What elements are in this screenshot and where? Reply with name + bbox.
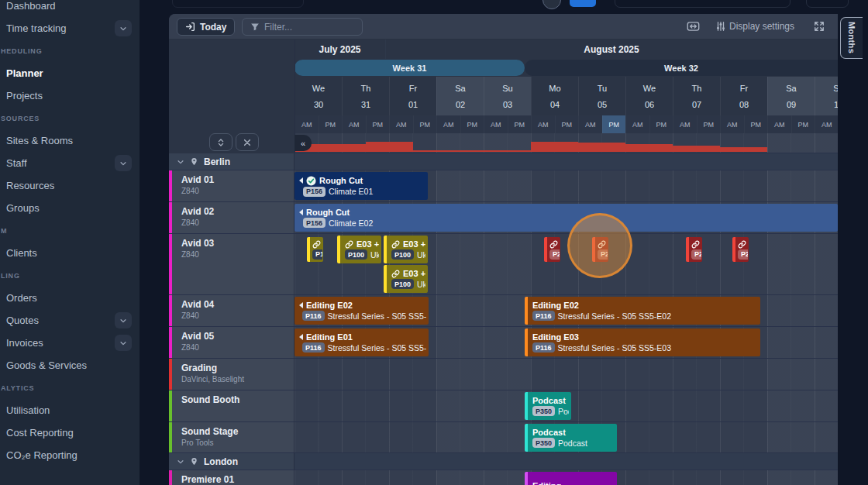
booking-editing-e02[interactable]: Editing E02P116Stressful Series - S05 SS… xyxy=(294,297,429,325)
booking-rough-cut[interactable]: Rough CutP156Climate E02 xyxy=(294,204,838,232)
expand-rows-button[interactable] xyxy=(209,133,232,151)
resource-label-cell[interactable]: Sound StagePro Tools xyxy=(169,422,294,453)
sidebar-item-quotes[interactable]: Quotes xyxy=(0,309,140,332)
week-header[interactable]: Week 31 xyxy=(294,60,525,76)
booking-e03-e[interactable]: E03 + EP100Ukr xyxy=(384,265,428,293)
sidebar-item-resources[interactable]: Resources xyxy=(0,174,140,197)
day-header[interactable]: Tu05 xyxy=(578,77,625,115)
booking-linked[interactable]: P2 xyxy=(686,237,702,262)
sidebar-item-planner[interactable]: Planner xyxy=(0,62,140,84)
chevron-down-icon[interactable] xyxy=(115,335,132,351)
ampm-cell[interactable]: PM xyxy=(460,115,484,134)
filter-input[interactable]: Filter... xyxy=(242,18,363,36)
ampm-cell[interactable]: AM xyxy=(673,115,697,134)
booking-e03-e[interactable]: E03 + EP100Ukr xyxy=(384,236,428,263)
ampm-cell[interactable]: AM xyxy=(484,115,508,134)
resource-label-cell[interactable]: Avid 01Z840 xyxy=(169,170,294,202)
sidebar-item-clients[interactable]: Clients xyxy=(0,242,140,264)
display-settings-label[interactable]: Display settings xyxy=(729,21,794,32)
booking-title-line: E03 + E xyxy=(345,239,379,249)
ampm-cell[interactable]: AM xyxy=(294,115,319,134)
ampm-cell[interactable]: AM xyxy=(625,115,649,134)
group-header-london[interactable]: London xyxy=(169,453,838,470)
clear-button[interactable] xyxy=(236,133,259,151)
booking-linked[interactable]: P1 xyxy=(307,237,323,262)
day-header[interactable]: We06 xyxy=(625,77,673,115)
resource-label-cell[interactable]: Premiere 01 xyxy=(169,470,294,485)
resource-label-cell[interactable]: GradingDaVinci, Baselight xyxy=(169,359,294,390)
booking-e03-e[interactable]: E03 + EP100Ukr xyxy=(337,236,381,263)
sidebar-item-projects[interactable]: Projects xyxy=(0,84,140,107)
day-header[interactable]: Th31 xyxy=(342,77,389,115)
day-header[interactable]: We30 xyxy=(294,77,342,115)
ampm-cell[interactable]: AM xyxy=(767,115,791,134)
resource-label-cell[interactable]: Sound Booth xyxy=(169,390,294,422)
sidebar-item-cost-reporting[interactable]: Cost Reporting xyxy=(0,421,140,444)
ampm-cell[interactable]: PM xyxy=(508,115,532,134)
sidebar-item-sites-rooms[interactable]: Sites & Rooms xyxy=(0,129,140,152)
sidebar-item-dashboard[interactable]: Dashboard xyxy=(0,0,140,17)
sidebar-item-utilisation[interactable]: Utilisation xyxy=(0,399,140,421)
today-button[interactable]: Today xyxy=(177,18,235,36)
sidebar-item-time-tracking[interactable]: Time tracking xyxy=(0,17,140,40)
resource-label-cell[interactable]: Avid 02Z840 xyxy=(169,202,294,234)
chevron-down-icon[interactable] xyxy=(115,155,132,171)
booking-podcast[interactable]: PodcastP350Poc xyxy=(525,392,571,420)
primary-button-fragment[interactable] xyxy=(570,0,596,7)
booking-linked[interactable]: P2 xyxy=(544,237,560,262)
ampm-cell[interactable]: PM xyxy=(366,115,390,134)
resource-label-cell[interactable]: Avid 03Z840 xyxy=(169,234,294,295)
sidebar-item-orders[interactable]: Orders xyxy=(0,287,140,309)
months-tab[interactable]: Months xyxy=(840,17,863,59)
day-header[interactable]: Mo04 xyxy=(531,77,578,115)
ampm-cell[interactable]: AM xyxy=(815,115,838,134)
booking-editing-e01[interactable]: Editing E01P116Stressful Series - S05 SS… xyxy=(294,328,429,356)
ampm-cell[interactable]: PM xyxy=(649,115,673,134)
booking-rough-cut[interactable]: Rough CutP156Climate E01 xyxy=(294,172,428,200)
ampm-cell[interactable]: AM xyxy=(389,115,413,134)
day-header[interactable]: Fr01 xyxy=(389,77,436,115)
ampm-cell[interactable]: AM xyxy=(578,115,602,134)
booking-editing[interactable]: Editing xyxy=(525,472,617,485)
ampm-cell[interactable]: PM xyxy=(744,115,768,134)
group-header-berlin[interactable]: Berlin xyxy=(169,153,838,170)
booking-linked[interactable]: P2 xyxy=(732,237,749,262)
group-header-label-cell[interactable]: Berlin xyxy=(169,153,294,170)
chevron-down-icon[interactable] xyxy=(115,312,132,328)
avatar[interactable] xyxy=(542,0,561,9)
group-header-label-cell[interactable]: London xyxy=(169,453,294,470)
booking-editing-e02[interactable]: Editing E02P116Stressful Series - S05 SS… xyxy=(525,297,760,325)
day-header[interactable]: Sa09 xyxy=(767,77,815,115)
ampm-cell[interactable]: PM xyxy=(319,115,343,134)
booking-podcast[interactable]: PodcastP350Podcast xyxy=(525,424,617,452)
ampm-cell[interactable]: PM xyxy=(697,115,721,134)
ampm-cell[interactable]: PM xyxy=(602,115,626,134)
ampm-cell[interactable]: PM xyxy=(791,115,815,134)
week-header[interactable]: Week 32 xyxy=(525,60,838,76)
ampm-cell[interactable]: AM xyxy=(720,115,744,134)
collapse-panel-button[interactable]: « xyxy=(294,135,312,151)
fullscreen-icon[interactable] xyxy=(814,21,825,32)
day-header[interactable]: Su10 xyxy=(815,77,838,115)
sidebar-item-invoices[interactable]: Invoices xyxy=(0,332,140,354)
sidebar-item-goods-services[interactable]: Goods & Services xyxy=(0,354,140,377)
sidebar-item-co-e-reporting[interactable]: CO₂e Reporting xyxy=(0,444,140,466)
day-header[interactable]: Fr08 xyxy=(720,77,767,115)
ampm-cell[interactable]: AM xyxy=(436,115,460,134)
sidebar-item-staff[interactable]: Staff xyxy=(0,152,140,174)
ampm-cell[interactable]: PM xyxy=(555,115,579,134)
sidebar-item-groups[interactable]: Groups xyxy=(0,197,140,219)
day-header[interactable]: Su03 xyxy=(484,77,531,115)
booking-editing-e03[interactable]: Editing E03P116Stressful Series - S05 SS… xyxy=(525,328,760,356)
day-header[interactable]: Sa02 xyxy=(436,77,484,115)
chevron-down-icon[interactable] xyxy=(115,20,132,36)
resource-label-cell[interactable]: Avid 05Z840 xyxy=(169,327,294,359)
display-settings-icon[interactable] xyxy=(715,21,726,32)
booking-linked[interactable]: P2 xyxy=(592,237,608,262)
ampm-cell[interactable]: AM xyxy=(342,115,366,134)
ampm-cell[interactable]: AM xyxy=(531,115,555,134)
resource-label-cell[interactable]: Avid 04Z840 xyxy=(169,295,294,327)
fit-width-icon[interactable] xyxy=(687,21,700,32)
ampm-cell[interactable]: PM xyxy=(413,115,437,134)
day-header[interactable]: Th07 xyxy=(673,77,720,115)
